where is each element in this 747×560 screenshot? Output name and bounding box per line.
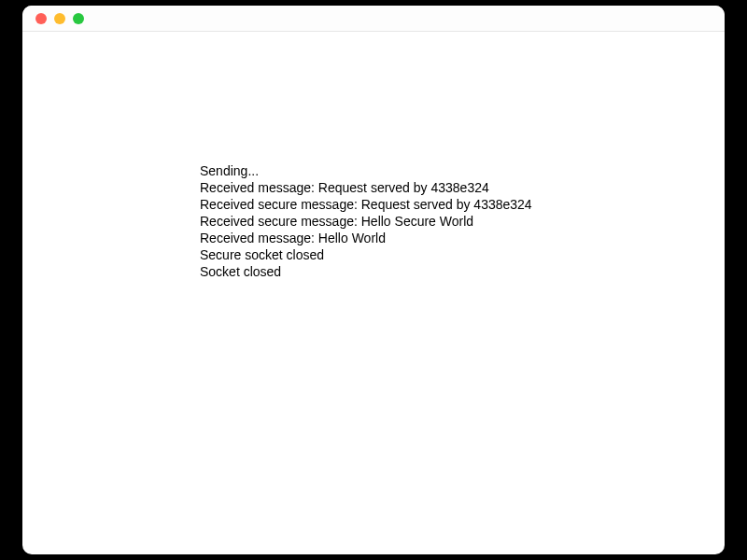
- app-window: Sending... Received message: Request ser…: [22, 6, 725, 554]
- log-line: Received secure message: Request served …: [200, 196, 532, 213]
- minimize-icon[interactable]: [54, 13, 65, 24]
- log-line: Socket closed: [200, 263, 532, 280]
- close-icon[interactable]: [35, 13, 47, 24]
- log-line: Received message: Hello World: [200, 230, 532, 246]
- log-line: Received secure message: Hello Secure Wo…: [200, 213, 532, 230]
- log-line: Secure socket closed: [200, 246, 532, 263]
- content-area: Sending... Received message: Request ser…: [22, 32, 725, 554]
- maximize-icon[interactable]: [73, 13, 84, 24]
- log-output: Sending... Received message: Request ser…: [200, 162, 532, 280]
- log-line: Received message: Request served by 4338…: [200, 179, 532, 196]
- log-line: Sending...: [200, 162, 532, 179]
- titlebar: [22, 6, 725, 32]
